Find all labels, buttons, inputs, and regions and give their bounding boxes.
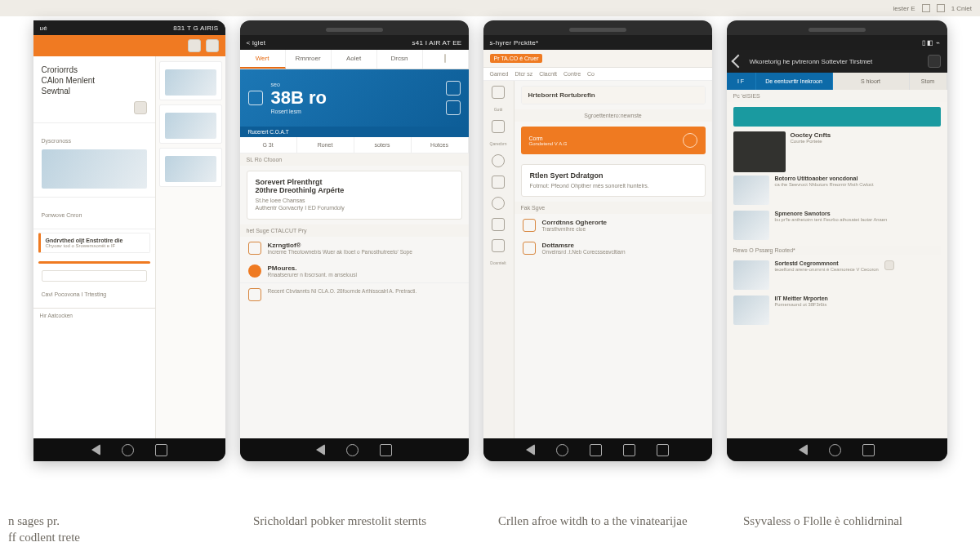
content-card[interactable] [159, 104, 222, 144]
recents-button[interactable] [862, 444, 875, 456]
feed-sub: bu pr'fe anthetotrn tent Feurbo athosate… [775, 217, 888, 224]
feed-item[interactable]: Spmenore Swnotorsbu pr'fe anthetotrn ten… [733, 211, 941, 240]
tab-overflow[interactable] [423, 50, 469, 69]
note-label: het Suge CTALCUT Pry [240, 224, 469, 237]
card-sub: Authentr Gorvacrty I ED Forumdoly [256, 204, 453, 211]
list-item[interactable]: PMoures. Rnaatserurer n lbscrsont. m ans… [240, 260, 469, 282]
body: Croriorrds CAlon Menlent Sewtnal Dyscron… [33, 56, 225, 438]
content-card[interactable]: Rtlen Syert Ddratgon Fotrnot: Pfeond Ohp… [521, 164, 706, 197]
band-label: Sgroettentero:newnste [514, 109, 712, 122]
crumb[interactable]: Co [587, 71, 595, 77]
rail-label: Gotti [494, 107, 503, 112]
status-left: ué [40, 24, 48, 32]
phone-1: ué 831 T G AIRIS Croriorrds CAlon Menlen… [33, 20, 225, 461]
item-sub: Increme Theotownebis Wuer ak Iboet o Pan… [268, 249, 412, 255]
tab[interactable]: De eentovrttr Inekroon [756, 73, 833, 90]
crumb[interactable]: Gamed [490, 71, 509, 77]
screen: Wkoretorig he pvtreronn Sottevter Tirstm… [727, 50, 947, 438]
file-icon [523, 219, 536, 232]
home-button[interactable] [346, 444, 359, 456]
chip[interactable]: Hotces [412, 137, 469, 153]
featured-card[interactable]: Sorevert Plrenthrgt 20thre Dreothinlg Ar… [247, 171, 462, 220]
main-pane [156, 56, 225, 438]
menu-icon[interactable] [928, 55, 941, 68]
bookmark-icon[interactable] [884, 260, 894, 270]
rail-icon[interactable] [492, 197, 505, 210]
text-input[interactable] [42, 270, 147, 282]
teal-banner[interactable] [733, 107, 941, 127]
recents-button[interactable] [380, 444, 392, 456]
chip[interactable]: soters [354, 137, 412, 153]
home-button[interactable] [122, 444, 134, 456]
phone-4: ▯ ◧ ⌁ Wkoretorig he pvtreronn Sottevter … [727, 20, 947, 461]
status-left: < lglet [247, 39, 266, 47]
rail-icon[interactable] [492, 86, 505, 99]
rail-icon[interactable] [492, 176, 505, 189]
list-item[interactable]: Kzrngtlof® Increme Theotownebis Wuer ak … [240, 237, 469, 260]
recents-button[interactable] [590, 444, 602, 456]
chip[interactable]: Ronet [297, 137, 354, 153]
tab[interactable]: I F [727, 73, 756, 90]
back-button[interactable] [91, 444, 100, 456]
home-button[interactable] [556, 444, 568, 456]
recents-button[interactable] [155, 444, 167, 456]
tab[interactable]: Drcsn [377, 50, 423, 69]
caption: n sages pr. ff codlent trete [8, 513, 204, 545]
search-icon[interactable] [206, 39, 219, 52]
card-sub: St.he loee Chansas [256, 197, 453, 204]
strip-icon [922, 4, 930, 12]
list-item[interactable]: Corrdtnns Ogherorte Trarsthvmihre cloe [514, 214, 712, 237]
tab[interactable]: Wert [240, 50, 286, 69]
dot-icon [248, 264, 261, 278]
share-icon[interactable] [446, 100, 461, 115]
chip[interactable]: G 3t [240, 137, 297, 153]
content-card[interactable] [159, 148, 222, 187]
feed-sub: Pomersaond ot 38F3r6ts [775, 302, 828, 309]
card-title: Rtlen Syert Ddratgon [530, 171, 697, 180]
hero-card[interactable]: Hrtebornt Rortubrefin [521, 86, 706, 104]
body: Gotti Qarecbrn Dosmielt Hrtebornt Rortub… [483, 81, 712, 438]
tab[interactable]: Rmnroer [286, 50, 332, 69]
feed-item[interactable]: Sortestd Cegrommnontteoelfond arene-orum… [733, 260, 941, 290]
sidebar: Croriorrds CAlon Menlent Sewtnal Dyscron… [33, 56, 156, 438]
gear-icon[interactable] [446, 81, 461, 96]
back-button[interactable] [316, 444, 325, 456]
feed-item[interactable]: IlT Meitter MrportenPomersaond ot 38F3r6… [733, 296, 941, 325]
rail-icon[interactable] [492, 239, 505, 252]
extra-button[interactable] [657, 444, 669, 456]
section-label: Ponwove Cnron [42, 212, 82, 218]
crumb[interactable]: Clacntt [539, 71, 557, 77]
tab[interactable]: S hioort [833, 73, 910, 90]
back-button[interactable] [799, 444, 808, 456]
tab[interactable]: Stom [910, 73, 947, 90]
home-button[interactable] [829, 444, 841, 456]
header-title: Wkoretorig he pvtreronn Sottevter Tirstm… [750, 58, 921, 65]
extra-button[interactable] [623, 444, 635, 456]
content-card[interactable] [159, 61, 222, 100]
feed-item[interactable]: Botorro Utittoaober voncdonalca the Seev… [733, 176, 941, 205]
tab[interactable]: Aolet [332, 50, 377, 69]
crumb[interactable]: Contre [564, 71, 581, 77]
android-nav [727, 438, 947, 461]
crumb[interactable]: Dtcr sz [514, 71, 532, 77]
back-button[interactable] [526, 444, 535, 456]
rail-icon[interactable] [492, 120, 505, 133]
screen: Croriorrds CAlon Menlent Sewtnal Dyscron… [33, 35, 225, 438]
sidebar-hero[interactable]: Croriorrds CAlon Menlent Sewtnal [33, 56, 155, 123]
rail-icon[interactable] [492, 154, 505, 167]
footer-text: Recent Cbvtannts NI CLA.O. 28foornde Art… [268, 288, 417, 294]
app-header: Wkoretorig he pvtreronn Sottevter Tirstm… [727, 50, 947, 73]
menu-icon[interactable] [188, 39, 201, 52]
sidebar-preview[interactable]: Dyscronoss [33, 123, 155, 198]
sidebar-item[interactable]: Gndrvthed oljt Enstrotire die Chyoav tod… [38, 233, 150, 253]
status-right: 831 T G AIRIS [173, 24, 218, 32]
play-icon [683, 133, 697, 148]
list-item[interactable]: Dottamsre Onvelnsrd .t.Neb Corecsseavclt… [514, 237, 712, 260]
rail-icon[interactable] [492, 218, 505, 231]
back-icon[interactable] [731, 55, 745, 69]
card-title: Sorevert Plrenthrgt 20thre Dreothinlg Ar… [256, 178, 453, 194]
split-header[interactable]: Ooctey Cnfts Courte Portete [727, 131, 947, 172]
card-image [165, 69, 216, 96]
hero-banner[interactable]: seo 38B ro Rosert lesm [240, 69, 469, 127]
highlight-band[interactable]: Corm Gondetend V A.G [521, 127, 706, 154]
